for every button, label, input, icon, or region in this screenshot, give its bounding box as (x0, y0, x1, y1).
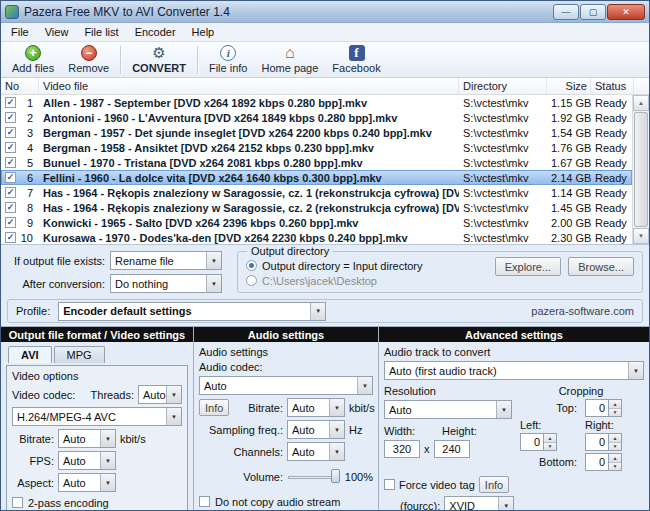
fps-select[interactable]: Auto ▼ (58, 451, 116, 470)
file-directory: S:\vctest\mkv (459, 112, 547, 124)
crop-bottom-stepper[interactable]: 0 ▲▼ (585, 453, 642, 471)
width-input[interactable]: 320 (384, 440, 420, 458)
menu-item[interactable]: Encoder (127, 24, 184, 40)
audio-info-button[interactable]: Info (199, 399, 229, 416)
chevron-down-icon: ▼ (329, 421, 344, 438)
crop-right-stepper[interactable]: 0 ▲▼ (585, 433, 642, 451)
tab-avi[interactable]: AVI (8, 346, 52, 363)
video-file-name: Has - 1964 - Rękopis znaleziony w Sarago… (39, 202, 459, 214)
column-header-no[interactable]: No (1, 78, 39, 94)
file-directory: S:\vctest\mkv (459, 157, 547, 169)
chevron-down-icon: ▼ (357, 377, 372, 394)
scroll-down-icon[interactable]: ▼ (633, 228, 649, 244)
step-down-icon: ▼ (544, 443, 556, 451)
scroll-up-icon[interactable]: ▲ (633, 95, 649, 111)
table-row[interactable]: ✓ 6 Fellini - 1960 - La dolce vita [DVD … (1, 170, 632, 185)
row-checkbox[interactable]: ✓ (5, 217, 16, 228)
height-input[interactable]: 240 (434, 440, 470, 458)
convert-button[interactable]: ⚙ CONVERT (125, 44, 193, 75)
radio-output-equals-input[interactable] (246, 260, 257, 271)
row-checkbox[interactable]: ✓ (5, 112, 16, 123)
facebook-button[interactable]: f Facebook (325, 44, 387, 75)
channels-select[interactable]: Auto ▼ (287, 442, 345, 461)
home-page-button[interactable]: ⌂ Home page (254, 44, 325, 75)
row-checkbox[interactable]: ✓ (5, 232, 16, 243)
radio-custom-directory[interactable] (246, 275, 257, 286)
row-number: 9 (20, 217, 33, 229)
menu-item[interactable]: File list (76, 24, 126, 40)
table-row[interactable]: ✓ 3 Bergman - 1957 - Det sjunde inseglet… (1, 125, 632, 140)
if-exists-select[interactable]: Rename file ▼ (110, 251, 222, 270)
file-size: 1.76 GB (547, 142, 591, 154)
table-row[interactable]: ✓ 4 Bergman - 1958 - Ansiktet [DVD x264 … (1, 140, 632, 155)
fourcc-info-button[interactable]: Info (479, 476, 509, 493)
home-page-label: Home page (261, 62, 318, 74)
chevron-down-icon: ▼ (100, 430, 115, 447)
row-checkbox[interactable]: ✓ (5, 157, 16, 168)
file-status: Ready (591, 157, 632, 169)
row-checkbox[interactable]: ✓ (5, 187, 16, 198)
row-checkbox[interactable]: ✓ (5, 97, 16, 108)
audio-track-select[interactable]: Auto (first audio track) ▼ (384, 361, 644, 380)
table-row[interactable]: ✓ 8 Has - 1964 - Rękopis znaleziony w Sa… (1, 200, 632, 215)
tab-mpg[interactable]: MPG (54, 346, 105, 363)
table-row[interactable]: ✓ 5 Bunuel - 1970 - Tristana [DVD x264 2… (1, 155, 632, 170)
aspect-label: Aspect: (12, 477, 54, 489)
close-button[interactable]: ✕ (607, 4, 645, 20)
table-row[interactable]: ✓ 9 Konwicki - 1965 - Salto [DVD x264 23… (1, 215, 632, 230)
website-link[interactable]: pazera-software.com (531, 305, 634, 317)
browse-button[interactable]: Browse... (568, 257, 634, 276)
audio-bitrate-select[interactable]: Auto ▼ (287, 398, 345, 417)
volume-slider[interactable] (287, 468, 341, 485)
table-row[interactable]: ✓ 10 Kurosawa - 1970 - Dodes'ka-den [DVD… (1, 230, 632, 244)
column-header-status[interactable]: Status (591, 78, 634, 94)
add-files-button[interactable]: + Add files (5, 44, 61, 75)
file-info-button[interactable]: i File info (202, 44, 255, 75)
row-number: 4 (20, 142, 33, 154)
menu-item[interactable]: File (3, 24, 37, 40)
force-video-tag-checkbox[interactable] (384, 479, 395, 490)
threads-select[interactable]: Auto ▼ (138, 385, 182, 404)
no-copy-audio-checkbox[interactable] (199, 496, 210, 507)
profile-bar: Profile: Encoder default settings ▼ paze… (7, 299, 643, 323)
row-checkbox[interactable]: ✓ (5, 142, 16, 153)
menu-item[interactable]: Help (184, 24, 223, 40)
advanced-panel-title: Advanced settings (379, 327, 649, 342)
vertical-scrollbar[interactable]: ▲ ▼ (632, 95, 649, 244)
minimize-button[interactable]: — (553, 4, 579, 20)
column-header-directory[interactable]: Directory (459, 78, 547, 94)
row-checkbox[interactable]: ✓ (5, 202, 16, 213)
table-row[interactable]: ✓ 1 Allen - 1987 - September [DVD x264 1… (1, 95, 632, 110)
file-directory: S:\vctest\mkv (459, 142, 547, 154)
column-header-video-file[interactable]: Video file (39, 78, 459, 94)
no-copy-audio-label: Do not copy audio stream (215, 496, 340, 508)
explore-button[interactable]: Explore... (495, 257, 561, 276)
profile-select[interactable]: Encoder default settings ▼ (58, 302, 326, 321)
scrollbar-thumb[interactable] (634, 112, 648, 227)
remove-button[interactable]: − Remove (61, 44, 116, 75)
crop-left-stepper[interactable]: 0 ▲▼ (520, 433, 577, 451)
aspect-select[interactable]: Auto ▼ (58, 473, 116, 492)
resolution-select[interactable]: Auto ▼ (384, 400, 512, 419)
table-row[interactable]: ✓ 7 Has - 1964 - Rękopis znaleziony w Sa… (1, 185, 632, 200)
row-checkbox[interactable]: ✓ (5, 172, 16, 183)
table-row[interactable]: ✓ 2 Antonioni - 1960 - L'Avventura [DVD … (1, 110, 632, 125)
two-pass-checkbox[interactable] (12, 497, 23, 508)
crop-top-stepper[interactable]: 0 ▲▼ (585, 399, 642, 417)
video-bitrate-select[interactable]: Auto ▼ (58, 429, 116, 448)
fourcc-select[interactable]: XVID ▼ (444, 496, 514, 511)
crop-bottom-label: Bottom: (520, 456, 577, 468)
window-controls: — ▢ ✕ (553, 4, 645, 20)
cropping-label: Cropping (520, 385, 642, 397)
step-down-icon: ▼ (609, 463, 621, 471)
row-checkbox[interactable]: ✓ (5, 127, 16, 138)
audio-codec-select[interactable]: Auto ▼ (199, 376, 373, 395)
column-header-size[interactable]: Size (547, 78, 591, 94)
video-codec-select[interactable]: H.264/MPEG-4 AVC ▼ (12, 407, 182, 426)
maximize-button[interactable]: ▢ (580, 4, 606, 20)
menu-item[interactable]: View (37, 24, 77, 40)
crop-top-label: Top: (520, 402, 577, 414)
after-conversion-select[interactable]: Do nothing ▼ (110, 274, 222, 293)
volume-slider-thumb[interactable] (331, 469, 340, 483)
sampling-freq-select[interactable]: Auto ▼ (287, 420, 345, 439)
